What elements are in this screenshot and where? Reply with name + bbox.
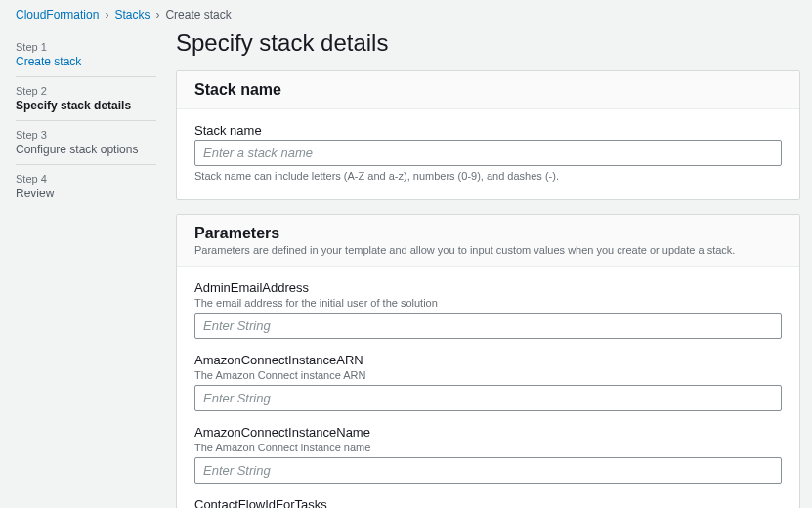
param-input-instancename[interactable]	[194, 457, 782, 484]
param-input-instancearn[interactable]	[194, 385, 782, 411]
step-2[interactable]: Step 2 Specify stack details	[16, 77, 156, 121]
step-label: Step 1	[16, 41, 156, 53]
step-title: Configure stack options	[16, 143, 156, 156]
param-label-adminemail: AdminEmailAddress	[194, 280, 782, 295]
stack-name-label: Stack name	[194, 123, 782, 138]
panel-description: Parameters are defined in your template …	[194, 244, 782, 256]
stack-name-panel: Stack name Stack name Stack name can inc…	[176, 70, 800, 200]
parameters-panel: Parameters Parameters are defined in you…	[176, 214, 800, 508]
step-title: Create stack	[16, 55, 156, 68]
step-label: Step 3	[16, 129, 156, 141]
wizard-sidebar: Step 1 Create stack Step 2 Specify stack…	[8, 29, 164, 508]
step-title: Specify stack details	[16, 99, 156, 112]
chevron-right-icon: ›	[155, 8, 159, 21]
breadcrumb-current: Create stack	[165, 8, 231, 21]
step-1[interactable]: Step 1 Create stack	[16, 33, 156, 77]
step-label: Step 4	[16, 173, 156, 185]
step-label: Step 2	[16, 85, 156, 97]
step-4[interactable]: Step 4 Review	[16, 165, 156, 208]
param-label-instancename: AmazonConnectInstanceName	[194, 425, 782, 440]
step-title: Review	[16, 187, 156, 200]
param-label-instancearn: AmazonConnectInstanceARN	[194, 353, 782, 367]
param-desc: The Amazon Connect instance name	[194, 442, 782, 453]
param-desc: The email address for the initial user o…	[194, 297, 782, 309]
breadcrumb-cloudformation[interactable]: CloudFormation	[16, 8, 99, 21]
page-title: Specify stack details	[176, 29, 800, 57]
panel-heading: Parameters	[194, 225, 782, 242]
stack-name-input[interactable]	[194, 140, 782, 166]
breadcrumb-stacks[interactable]: Stacks	[114, 8, 150, 21]
chevron-right-icon: ›	[105, 8, 108, 21]
step-3[interactable]: Step 3 Configure stack options	[16, 121, 156, 165]
breadcrumb: CloudFormation › Stacks › Create stack	[0, 0, 812, 29]
param-desc: The Amazon Connect instance ARN	[194, 369, 782, 381]
stack-name-hint: Stack name can include letters (A-Z and …	[194, 170, 782, 182]
panel-heading: Stack name	[194, 81, 782, 99]
param-label-contactflow: ContactFlowIdForTasks	[194, 497, 782, 508]
param-input-adminemail[interactable]	[194, 313, 782, 339]
